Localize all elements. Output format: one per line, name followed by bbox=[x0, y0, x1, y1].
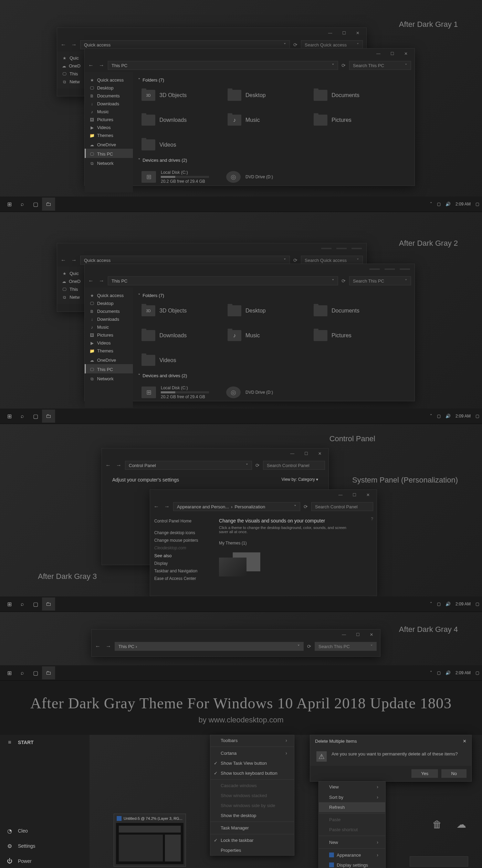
sidebar-item-network[interactable]: ⧉Network bbox=[85, 373, 133, 383]
sidebar-item-pictures[interactable]: 🖼Pictures bbox=[85, 331, 133, 339]
ctx-refresh[interactable]: Refresh bbox=[319, 802, 385, 812]
search-input[interactable]: Search Control Panel bbox=[263, 461, 325, 470]
search-icon[interactable]: ⌕ bbox=[16, 198, 29, 211]
close-icon[interactable]: ✕ bbox=[365, 630, 378, 639]
search-icon[interactable]: ⌕ bbox=[16, 410, 29, 423]
folder-desktop[interactable]: Desktop bbox=[228, 90, 296, 101]
sidebar-item-music[interactable]: ♪Music bbox=[85, 108, 133, 116]
window-control-flat[interactable] bbox=[369, 268, 380, 270]
window-control-flat[interactable] bbox=[385, 268, 395, 270]
start-power[interactable]: ⏻Power bbox=[0, 854, 90, 868]
sidebar-item-quick-access[interactable]: ★Quick access bbox=[85, 75, 133, 84]
taskbar-thumbnail[interactable]: Untitled-5 @ 74.2% (Layer 3, RG... bbox=[114, 814, 186, 867]
back-icon[interactable]: ← bbox=[105, 462, 111, 468]
start-button[interactable]: ⊞ bbox=[3, 597, 16, 611]
refresh-icon[interactable]: ⟳ bbox=[342, 278, 346, 284]
minimize-icon[interactable]: — bbox=[337, 630, 351, 639]
search-input[interactable]: Search This PC˅ bbox=[349, 61, 411, 70]
sidebar-item-videos[interactable]: ▶Videos bbox=[85, 124, 133, 131]
task-view-icon[interactable]: ▢ bbox=[29, 666, 42, 679]
sidebar-item-pictures[interactable]: 🖼Pictures bbox=[85, 116, 133, 124]
back-icon[interactable]: ← bbox=[88, 62, 94, 68]
sidebar-item-desktop[interactable]: 🖵Desktop bbox=[85, 299, 133, 307]
action-center-icon[interactable]: ▢ bbox=[475, 202, 479, 207]
maximize-icon[interactable]: ☐ bbox=[347, 490, 361, 500]
help-icon[interactable]: ? bbox=[367, 513, 377, 586]
forward-icon[interactable]: → bbox=[116, 462, 122, 468]
theme-thumbnail[interactable] bbox=[219, 552, 260, 576]
ctx-show-touch[interactable]: Show touch keyboard button bbox=[210, 768, 294, 778]
folder-pictures[interactable]: Pictures bbox=[314, 115, 383, 126]
search-input[interactable]: Search Control Panel bbox=[311, 502, 373, 511]
refresh-icon[interactable]: ⟳ bbox=[342, 63, 346, 68]
section-header-folders[interactable]: ˅Folders (7) bbox=[138, 75, 409, 85]
start-button[interactable]: ⊞ bbox=[3, 198, 16, 211]
folder-3d-objects[interactable]: 3D3D Objects bbox=[142, 305, 210, 316]
yes-button[interactable]: Yes bbox=[411, 769, 438, 778]
maximize-icon[interactable]: ☐ bbox=[351, 630, 365, 639]
refresh-icon[interactable]: ⟳ bbox=[255, 463, 260, 468]
sidebar-item-this-pc[interactable]: 🖵This PC bbox=[85, 149, 133, 158]
ctx-display-settings[interactable]: Display settings bbox=[319, 860, 385, 868]
cp-home-link[interactable]: Control Panel Home bbox=[154, 517, 208, 525]
ctx-view[interactable]: View bbox=[319, 782, 385, 792]
sidebar-item-videos[interactable]: ▶Videos bbox=[85, 339, 133, 347]
explorer-taskbar-icon[interactable]: 🗀 bbox=[42, 198, 55, 211]
address-bar[interactable]: This PC˅ bbox=[108, 276, 338, 285]
folder-downloads[interactable]: Downloads bbox=[142, 115, 210, 126]
sidebar-item-quick-access[interactable]: ★Quick access bbox=[85, 290, 133, 299]
drive-dvd[interactable]: ◎ DVD Drive (D:) bbox=[226, 385, 273, 399]
volume-icon[interactable]: 🔊 bbox=[446, 202, 451, 207]
drive-dvd[interactable]: ◎ DVD Drive (D:) bbox=[226, 170, 273, 184]
ctx-task-manager[interactable]: Task Manager bbox=[210, 823, 294, 833]
close-icon[interactable]: ✕ bbox=[463, 739, 467, 744]
sidebar-item-desktop[interactable]: 🖵Desktop bbox=[85, 84, 133, 92]
start-settings[interactable]: ⚙Settings bbox=[0, 838, 90, 854]
back-icon[interactable]: ← bbox=[61, 257, 66, 263]
folder-3d-objects[interactable]: 3D3D Objects bbox=[142, 90, 210, 101]
search-icon[interactable]: ⌕ bbox=[16, 666, 29, 679]
taskbar-nav-link[interactable]: Taskbar and Navigation bbox=[154, 567, 208, 575]
forward-icon[interactable]: → bbox=[99, 62, 104, 68]
sidebar-item-themes[interactable]: 📁Themes bbox=[85, 347, 133, 355]
start-button[interactable]: ⊞ bbox=[3, 410, 16, 423]
forward-icon[interactable]: → bbox=[71, 257, 77, 263]
window-control-flat[interactable] bbox=[321, 248, 332, 249]
folder-pictures[interactable]: Pictures bbox=[314, 330, 383, 341]
address-bar[interactable]: Appearance and Person...›Personalization… bbox=[173, 502, 300, 511]
ctx-show-desktop[interactable]: Show the desktop bbox=[210, 811, 294, 821]
sidebar-item-onedrive[interactable]: ☁OneDrive bbox=[85, 355, 133, 364]
folder-documents[interactable]: Documents bbox=[314, 305, 383, 316]
search-input[interactable]: Search This PC˅ bbox=[315, 642, 377, 651]
sidebar-item-music[interactable]: ♪Music bbox=[85, 323, 133, 331]
window-control-flat[interactable] bbox=[352, 248, 362, 249]
hamburger-icon[interactable]: ≡ bbox=[6, 739, 13, 746]
explorer-taskbar-icon[interactable]: 🗀 bbox=[42, 666, 55, 679]
start-button[interactable]: ⊞ bbox=[3, 666, 16, 679]
refresh-icon[interactable]: ⟳ bbox=[293, 257, 297, 263]
minimize-icon[interactable]: — bbox=[334, 490, 347, 500]
tray-icon[interactable]: ˄ bbox=[430, 202, 432, 207]
address-bar[interactable]: Control Panel˅ bbox=[125, 461, 252, 470]
back-icon[interactable]: ← bbox=[61, 42, 66, 48]
start-user[interactable]: ◔Cleo bbox=[0, 823, 90, 838]
forward-icon[interactable]: → bbox=[99, 278, 104, 284]
folder-documents[interactable]: Documents bbox=[314, 90, 383, 101]
search-icon[interactable]: ⌕ bbox=[16, 597, 29, 611]
minimize-icon[interactable]: — bbox=[323, 28, 337, 38]
task-view-icon[interactable]: ▢ bbox=[29, 410, 42, 423]
network-tray-icon[interactable]: ▢ bbox=[437, 202, 441, 207]
change-pointers-link[interactable]: Change mouse pointers bbox=[154, 537, 208, 544]
search-input[interactable]: Search This PC˅ bbox=[349, 276, 411, 285]
sidebar-item-downloads[interactable]: ↓Downloads bbox=[85, 100, 133, 108]
explorer-taskbar-icon[interactable]: 🗀 bbox=[42, 597, 55, 611]
window-control-flat[interactable] bbox=[400, 268, 410, 270]
ctx-sort[interactable]: Sort by bbox=[319, 792, 385, 802]
view-by-dropdown[interactable]: Category ▾ bbox=[298, 477, 318, 482]
folder-music[interactable]: ♪Music bbox=[228, 115, 296, 126]
sidebar-item-downloads[interactable]: ↓Downloads bbox=[85, 315, 133, 323]
maximize-icon[interactable]: ☐ bbox=[337, 28, 351, 38]
close-icon[interactable]: ✕ bbox=[351, 28, 365, 38]
drive-local-disk-c[interactable]: ⊞ Local Disk (C:) 20.2 GB free of 29.4 G… bbox=[142, 385, 209, 399]
ctx-show-taskview[interactable]: Show Task View button bbox=[210, 758, 294, 768]
